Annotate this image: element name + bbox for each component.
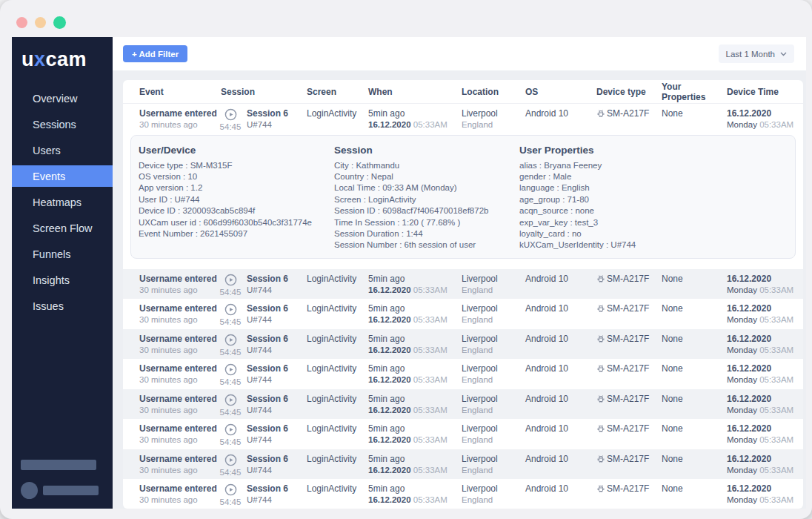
zoom-button[interactable] <box>53 16 66 29</box>
device-model: SM-A217F <box>607 303 649 314</box>
detail-line: UXCam user id : 606d99f6030b540c3f31774e <box>139 217 334 228</box>
session-user-id: U#744 <box>247 285 288 296</box>
location-cell: Liverpool England <box>462 423 525 449</box>
play-icon <box>224 303 237 316</box>
session-user-id: U#744 <box>247 374 288 386</box>
detail-line: City : Kathmandu <box>334 160 519 171</box>
skeleton-bar <box>43 486 99 495</box>
session-play-button[interactable]: 54:45 <box>221 108 240 134</box>
session-play-button[interactable]: 54:45 <box>221 454 240 480</box>
session-cell: 54:45 Session 6 U#744 <box>221 108 307 134</box>
minimize-button[interactable] <box>35 17 46 28</box>
session-play-button[interactable]: 54:45 <box>221 423 240 449</box>
session-title: Session 6 <box>247 274 288 285</box>
column-header-device-time: Device Time <box>727 87 803 97</box>
user-device-section: User/Device Device type : SM-M315FOS ver… <box>139 145 334 258</box>
when-cell: 5min ago 16.12.2020 05:33AM <box>368 454 462 480</box>
event-row[interactable]: Username entered 30 minutes ago 54:45 Se… <box>123 419 803 449</box>
event-row[interactable]: Username entered 30 minutes ago 54:45 Se… <box>123 104 803 134</box>
when-time: 05:33AM <box>413 375 447 384</box>
event-title: Username entered <box>139 274 221 285</box>
event-title: Username entered <box>139 363 221 374</box>
your-properties-cell: None <box>662 423 727 449</box>
column-header-location: Location <box>462 87 525 97</box>
event-title: Username entered <box>139 423 221 434</box>
sidebar-item-issues[interactable]: Issues <box>12 295 113 317</box>
event-row[interactable]: Username entered 30 minutes ago 54:45 Se… <box>123 389 803 420</box>
event-row[interactable]: Username entered 30 minutes ago 54:45 Se… <box>123 329 803 360</box>
device-model: SM-A217F <box>607 454 649 465</box>
event-row[interactable]: Username entered 30 minutes ago 54:45 Se… <box>123 359 803 389</box>
session-play-button[interactable]: 54:45 <box>221 334 240 360</box>
device-model: SM-A217F <box>607 363 649 374</box>
device-time: 05:33AM <box>759 346 793 354</box>
android-icon <box>596 394 605 404</box>
detail-line: Session Number : 6th session of user <box>334 239 519 251</box>
device-day: Monday <box>727 315 757 324</box>
android-icon <box>596 304 605 314</box>
when-cell: 5min ago 16.12.2020 05:33AM <box>368 483 462 509</box>
date-range-selector[interactable]: Last 1 Month <box>719 44 794 63</box>
main-content: + Add Filter Last 1 Month EventSessionSc… <box>113 37 806 509</box>
event-row[interactable]: Username entered 30 minutes ago 54:45 Se… <box>123 299 803 329</box>
when-cell: 5min ago 16.12.2020 05:33AM <box>368 363 462 389</box>
detail-line: alias : Bryana Feeney <box>519 160 795 171</box>
screen-cell: LoginActivity <box>307 394 368 420</box>
session-play-button[interactable]: 54:45 <box>221 363 240 389</box>
sidebar-item-screen-flow[interactable]: Screen Flow <box>12 217 113 239</box>
device-time-cell: 16.12.2020 Monday 05:33AM <box>727 108 803 134</box>
when-time: 05:33AM <box>413 120 447 129</box>
screen-cell: LoginActivity <box>307 423 368 449</box>
play-icon <box>224 334 237 346</box>
add-filter-button[interactable]: + Add Filter <box>123 45 187 62</box>
device-time-cell: 16.12.2020 Monday 05:33AM <box>727 334 803 360</box>
when-date: 16.12.2020 <box>368 435 411 444</box>
device-day: Monday <box>727 466 757 475</box>
os-cell: Android 10 <box>525 483 596 509</box>
when-time: 05:33AM <box>413 435 447 444</box>
sidebar-item-insights[interactable]: Insights <box>12 269 113 291</box>
close-button[interactable] <box>16 17 27 28</box>
session-user-id: U#744 <box>247 405 288 416</box>
event-cell: Username entered 30 minutes ago <box>139 303 221 329</box>
sidebar-item-overview[interactable]: Overview <box>12 87 113 109</box>
device-type-cell: SM-A217F <box>596 108 662 134</box>
session-title: Session 6 <box>247 303 288 314</box>
sidebar-item-events[interactable]: Events <box>12 165 113 187</box>
location-cell: Liverpool England <box>462 483 525 509</box>
event-title: Username entered <box>139 483 221 495</box>
app-window: uxcam OverviewSessionsUsersEventsHeatmap… <box>0 0 812 519</box>
event-row[interactable]: Username entered 30 minutes ago 54:45 Se… <box>123 449 803 480</box>
session-user-id: U#744 <box>247 119 288 130</box>
sidebar-item-heatmaps[interactable]: Heatmaps <box>12 191 113 213</box>
device-day: Monday <box>727 285 757 294</box>
device-time: 05:33AM <box>759 120 793 129</box>
event-title: Username entered <box>139 334 221 345</box>
sidebar-item-funnels[interactable]: Funnels <box>12 243 113 265</box>
sidebar-item-sessions[interactable]: Sessions <box>12 113 113 135</box>
when-cell: 5min ago 16.12.2020 05:33AM <box>368 394 462 420</box>
device-time-cell: 16.12.2020 Monday 05:33AM <box>727 423 803 449</box>
session-play-button[interactable]: 54:45 <box>221 303 240 329</box>
session-length: 54:45 <box>220 287 242 298</box>
event-title: Username entered <box>139 108 221 119</box>
session-play-button[interactable]: 54:45 <box>221 483 240 509</box>
when-cell: 5min ago 16.12.2020 05:33AM <box>368 274 462 300</box>
session-play-button[interactable]: 54:45 <box>221 394 240 420</box>
column-header-your-properties: Your Properties <box>662 82 727 102</box>
event-row[interactable]: Username entered 30 minutes ago 54:45 Se… <box>123 269 803 300</box>
event-subtitle: 30 minutes ago <box>139 434 221 446</box>
event-row[interactable]: Username entered 30 minutes ago 54:45 Se… <box>123 479 803 509</box>
your-properties-cell: None <box>662 303 727 329</box>
when-date: 16.12.2020 <box>368 466 411 475</box>
device-time: 05:33AM <box>759 375 793 384</box>
session-play-button[interactable]: 54:45 <box>221 274 240 300</box>
os-cell: Android 10 <box>525 394 596 420</box>
event-title: Username entered <box>139 454 221 465</box>
sidebar-item-users[interactable]: Users <box>12 139 113 161</box>
os-cell: Android 10 <box>525 454 596 480</box>
when-time: 05:33AM <box>413 346 447 354</box>
detail-line: Session ID : 6098acf7f406470018ef872b <box>334 205 519 216</box>
event-subtitle: 30 minutes ago <box>139 314 221 325</box>
event-subtitle: 30 minutes ago <box>139 495 221 506</box>
